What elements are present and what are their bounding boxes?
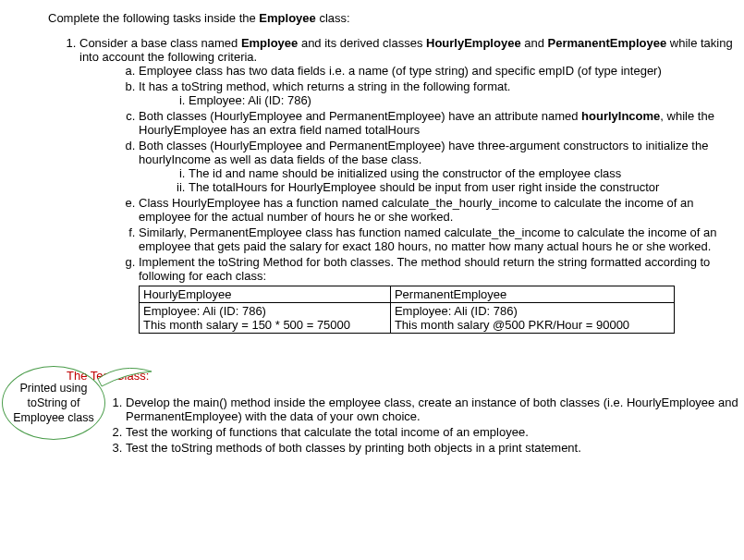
sub-roman-b: Employee: Ali (ID: 786) (170, 93, 744, 107)
t: HourlyEmployee (426, 36, 521, 50)
th-hourly: HourlyEmployee (140, 286, 391, 303)
test-list: Develop the main() method inside the emp… (102, 396, 744, 455)
title-pre: Complete the following tasks inside the (48, 11, 259, 25)
cell-permanent-body: Employee: Ali (ID: 786)This month salary… (390, 303, 674, 334)
sub-roman-d: The id and name should be initialized us… (170, 166, 744, 194)
item-g-text: Implement the toString Method for both c… (139, 255, 710, 283)
t: PermanentEmployee (548, 36, 667, 50)
callout-text: Printed using toString of Employee class (10, 381, 97, 426)
cell-hourly-body: Employee: Ali (ID: 786)This month salary… (140, 303, 391, 334)
t: and (521, 36, 548, 50)
test-item-3: Test the toString methods of both classe… (126, 441, 744, 455)
t: Consider a base class named (79, 36, 241, 50)
item-f: Similarly, PermanentEmployee class has f… (139, 225, 744, 253)
table-container: HourlyEmployeePermanentEmployeeEmployee:… (139, 286, 744, 334)
th-permanent: PermanentEmployee (390, 286, 674, 303)
item-a: Employee class has two data fields i.e. … (139, 64, 744, 78)
tostring-table: HourlyEmployeePermanentEmployeeEmployee:… (139, 286, 675, 334)
item-b-i: Employee: Ali (ID: 786) (189, 93, 744, 107)
t: Employee (241, 36, 298, 50)
item-1-text: Consider a base class named Employee and… (79, 36, 733, 64)
item-d-i: The id and name should be initialized us… (189, 166, 744, 180)
main-list: Consider a base class named Employee and… (55, 36, 744, 334)
sub-list-a: Employee class has two data fields i.e. … (120, 64, 744, 334)
title-post: class: (316, 11, 350, 25)
main-title: Complete the following tasks inside the … (48, 11, 744, 25)
t: and its derived classes (298, 36, 426, 50)
callout-bubble: Printed using toString of Employee class (2, 366, 105, 440)
test-item-1: Develop the main() method inside the emp… (126, 396, 744, 423)
item-g: Implement the toString Method for both c… (139, 255, 744, 334)
t: hourlyIncome (581, 109, 660, 123)
item-d: Both classes (HourlyEmployee and Permane… (139, 139, 744, 194)
item-1: Consider a base class named Employee and… (79, 36, 744, 334)
test-item-2: Test the working of functions that calcu… (126, 425, 744, 439)
item-b-text: It has a toString method, which returns … (139, 79, 510, 93)
t: Both classes (HourlyEmployee and Permane… (139, 109, 581, 123)
item-d-text: Both classes (HourlyEmployee and Permane… (139, 139, 708, 166)
title-bold: Employee (259, 11, 315, 25)
item-e: Class HourlyEmployee has a function name… (139, 196, 744, 224)
item-c: Both classes (HourlyEmployee and Permane… (139, 109, 744, 137)
item-d-ii: The totalHours for HourlyEmployee should… (189, 180, 744, 194)
item-b: It has a toString method, which returns … (139, 79, 744, 107)
test-class-header: The Test Class: (67, 369, 744, 383)
callout-tail (98, 366, 153, 388)
